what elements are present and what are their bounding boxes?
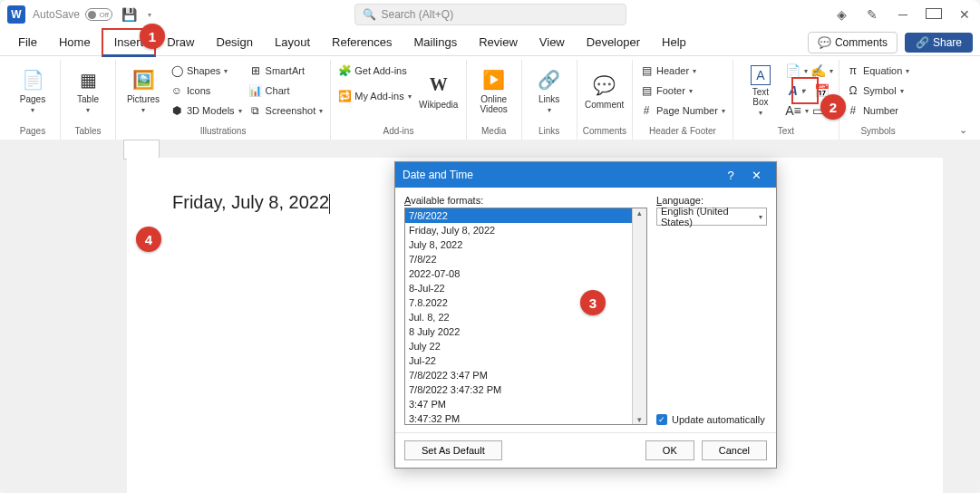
callout-2: 2 [820, 94, 846, 120]
number-button[interactable]: #Number [845, 102, 911, 120]
pages-button[interactable]: 📄 Pages▾ [11, 62, 54, 120]
icons-icon: ☺ [170, 84, 183, 97]
close-button[interactable]: ✕ [956, 7, 973, 22]
3dmodels-button[interactable]: ⬢3D Models ▾ [169, 102, 244, 120]
equation-button[interactable]: πEquation ▾ [845, 62, 911, 80]
format-option[interactable]: 3:47 PM [405, 397, 646, 411]
tab-mailings[interactable]: Mailings [403, 30, 469, 54]
tab-references[interactable]: References [321, 30, 403, 54]
tab-layout[interactable]: Layout [264, 30, 321, 54]
format-option[interactable]: 2022-07-08 [405, 266, 646, 281]
save-icon[interactable]: 💾 [121, 7, 137, 22]
my-addins-button[interactable]: 🔁My Add-ins ▾ [336, 87, 412, 105]
tab-developer[interactable]: Developer [576, 30, 651, 54]
chart-button[interactable]: 📊Chart [247, 82, 325, 100]
ruler [123, 140, 160, 160]
tab-design[interactable]: Design [206, 30, 264, 54]
wordart-button[interactable]: A▾ [786, 82, 808, 100]
wikipedia-icon: W [426, 72, 451, 98]
equation-icon: π [847, 64, 859, 77]
smartart-button[interactable]: ⊞SmartArt [247, 62, 325, 80]
format-option[interactable]: 8-Jul-22 [405, 281, 646, 295]
checkbox-icon: ✓ [656, 414, 667, 425]
footer-button[interactable]: ▤Footer ▾ [638, 82, 727, 100]
format-option[interactable]: 7/8/2022 3:47:32 PM [405, 382, 646, 397]
tab-home[interactable]: Home [48, 30, 102, 54]
addins-icon: 🔁 [338, 90, 351, 102]
maximize-button[interactable] [926, 7, 942, 22]
shapes-button[interactable]: ◯Shapes ▾ [169, 62, 244, 80]
callout-1: 1 [140, 24, 165, 49]
format-option[interactable]: Jul-22 [405, 353, 646, 368]
group-comments: 💬 Comment Comments [577, 60, 633, 140]
datetime-dialog: Date and Time ? ✕ Available formats: 7/8… [394, 161, 777, 469]
minimize-button[interactable]: ─ [895, 7, 911, 22]
quickparts-button[interactable]: 📄▾ [786, 62, 808, 80]
dropcap-button[interactable]: A≡▾ [786, 102, 808, 120]
header-button[interactable]: ▤Header ▾ [638, 62, 727, 80]
tab-file[interactable]: File [7, 30, 48, 54]
qat-more[interactable]: ▾ [148, 11, 151, 19]
format-option[interactable]: Jul. 8, 22 [405, 310, 646, 324]
table-button[interactable]: ▦ Table▾ [66, 62, 110, 120]
3d-icon: ⬢ [170, 104, 183, 117]
wikipedia-button[interactable]: W Wikipedia [417, 62, 461, 120]
ok-button[interactable]: OK [645, 440, 694, 460]
pictures-button[interactable]: 🖼️ Pictures▾ [121, 62, 165, 120]
tab-review[interactable]: Review [468, 30, 529, 54]
group-media: ▶️ Online Videos Media [467, 60, 522, 140]
cancel-button[interactable]: Cancel [702, 440, 767, 460]
share-button[interactable]: 🔗 Share [905, 33, 973, 53]
language-combo[interactable]: English (United States)▾ [656, 208, 767, 226]
format-option[interactable]: 3:47:32 PM [405, 411, 646, 425]
tab-view[interactable]: View [529, 30, 576, 54]
links-button[interactable]: 🔗 Links▾ [528, 62, 571, 120]
textbox-button[interactable]: A Text Box▾ [739, 62, 782, 120]
format-option[interactable]: 7/8/22 [405, 252, 646, 266]
store-icon: 🧩 [338, 64, 351, 77]
dialog-titlebar[interactable]: Date and Time ? ✕ [395, 162, 776, 188]
formats-listbox[interactable]: 7/8/2022Friday, July 8, 2022July 8, 2022… [404, 208, 647, 425]
listbox-scrollbar[interactable]: ▴▾ [632, 208, 646, 424]
comments-button[interactable]: 💬 Comments [808, 32, 898, 53]
online-videos-button[interactable]: ▶️ Online Videos [472, 62, 516, 120]
format-option[interactable]: Friday, July 8, 2022 [405, 223, 646, 237]
pagenumber-button[interactable]: #Page Number ▾ [638, 102, 727, 120]
group-illustrations: 🖼️ Pictures▾ ◯Shapes ▾ ☺Icons ⬢3D Models… [116, 60, 331, 140]
signature-button[interactable]: ✍️▾ [811, 62, 833, 80]
format-option[interactable]: 7/8/2022 [405, 208, 646, 223]
dialog-close-button[interactable]: ✕ [743, 169, 769, 182]
autosave-label: AutoSave [33, 8, 80, 21]
textbox-icon: A [751, 65, 771, 85]
autosave-toggle[interactable]: Off [85, 8, 112, 21]
header-icon: ▤ [640, 64, 653, 77]
format-option[interactable]: 7/8/2022 3:47 PM [405, 368, 646, 382]
diamond-icon[interactable]: ◈ [833, 7, 849, 22]
symbol-button[interactable]: ΩSymbol ▾ [845, 82, 911, 100]
screenshot-button[interactable]: ⧉Screenshot ▾ [247, 102, 325, 120]
group-tables: ▦ Table▾ Tables [61, 60, 116, 140]
format-option[interactable]: July 22 [405, 339, 646, 353]
pagenum-icon: # [640, 104, 653, 117]
symbol-icon: Ω [847, 84, 859, 97]
collapse-ribbon[interactable]: ⌄ [956, 60, 975, 140]
format-option[interactable]: 8 July 2022 [405, 324, 646, 339]
language-label: Language: [656, 195, 767, 206]
icons-button[interactable]: ☺Icons [169, 82, 244, 100]
group-pages: 📄 Pages▾ Pages [5, 60, 61, 140]
tab-help[interactable]: Help [651, 30, 697, 54]
set-default-button[interactable]: Set As Default [404, 440, 502, 460]
update-auto-checkbox[interactable]: ✓ Update automatically [656, 414, 767, 425]
comment-button[interactable]: 💬 Comment [583, 62, 626, 120]
pen-icon[interactable]: ✎ [864, 7, 880, 22]
word-logo: W [7, 5, 25, 24]
group-headerfooter: ▤Header ▾ ▤Footer ▾ #Page Number ▾ Heade… [633, 60, 733, 140]
document-text: Friday, July 8, 2022 [172, 192, 330, 214]
group-symbols: πEquation ▾ ΩSymbol ▾ #Number Symbols [839, 60, 917, 140]
get-addins-button[interactable]: 🧩Get Add-ins [336, 62, 412, 80]
dialog-help-button[interactable]: ? [718, 169, 743, 182]
screenshot-icon: ⧉ [249, 104, 262, 117]
format-option[interactable]: 7.8.2022 [405, 295, 646, 310]
search-input[interactable]: 🔍 Search (Alt+Q) [354, 4, 626, 25]
format-option[interactable]: July 8, 2022 [405, 237, 646, 252]
